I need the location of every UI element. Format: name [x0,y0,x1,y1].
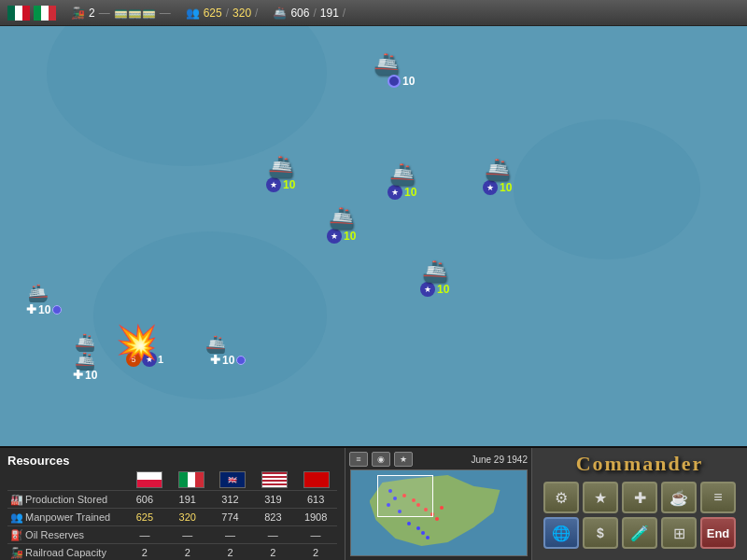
res-cell-0-2: 312 [209,494,252,505]
mexico-flag [7,6,30,21]
unit-number: 1 [158,354,163,365]
unit-number: 10 [404,186,416,199]
ship-icon: 🚢 [273,7,287,20]
unit-badge: ★ 10 [420,282,449,297]
bottom-panel: Resources 🇬🇧 🏭Production Stored60619131 [0,446,747,560]
res-cell-0-4: 613 [294,494,337,505]
minimap-btn-3[interactable]: ★ [394,452,413,467]
res-name-1: Manpower Trained [25,511,123,523]
star-icon: ★ [327,229,342,244]
res-cell-2-0: — [123,529,166,540]
unit-ur-ship[interactable]: 🚢 ★ 10 [483,160,512,195]
unit-um-ship[interactable]: 🚢 ★ 10 [388,164,416,200]
minimap-date: June 29 1942 [471,455,528,465]
train-icon: 🚂 [71,7,85,20]
top-bar: 🚂 2 — 🚃🚃🚃 — 👥 625 / 320 / 🚢 606 / 191 / [0,0,747,26]
menu-button[interactable]: ≡ [700,482,736,513]
res-name-3: Railroad Capacity [25,547,123,558]
res-cell-3-2: 2 [209,547,252,558]
flag-cell-italy [171,471,213,488]
faction-flags [7,6,56,21]
unit-sub-bm[interactable]: 🚢 [205,334,226,355]
unit-number: 10 [222,354,234,367]
unit-sub-left[interactable]: 🚢 [28,283,49,303]
unit-mid-ship[interactable]: 🚢 ★ 10 [327,208,356,244]
resource-row-0: 🏭Production Stored606191312319613 [7,490,337,508]
res-cell-2-4: — [294,529,337,540]
flag-cell-ussr [295,471,337,488]
minimap-btn-2[interactable]: ◉ [372,452,390,467]
commander-title: Commander [576,452,704,476]
ships-stat: 🚢 606 / 191 / [273,7,345,20]
unit-mr-ship[interactable]: 🚢 ★ 10 [420,261,449,297]
star-icon: ★ [420,282,435,297]
unit-cross-badge-2: ✚ 10 [73,368,97,382]
research-button[interactable]: 🧪 [622,517,657,549]
ship-sprite: 🚢 [329,208,354,229]
res-cell-1-1: 320 [166,511,209,523]
ship-sprite: 🚢 [485,160,510,180]
minimap-panel: ≡ ◉ ★ June 29 1942 [345,448,532,560]
grid-button[interactable]: ⊞ [661,517,697,549]
res-name-0: Production Stored [25,494,123,505]
unit-badge: ★ 10 [327,229,356,244]
train-stat: 🚂 2 — 🚃🚃🚃 — [71,7,171,20]
uk-flag: 🇬🇧 [219,471,246,488]
minimap-dot-blue [426,536,430,539]
dot-icon [52,305,62,315]
sub-sprite: 🚢 [75,332,95,353]
unit-circle-10[interactable]: 10 [388,75,415,88]
dollar-button[interactable]: $ [583,517,618,549]
manpower-stat: 👥 625 / 320 / [186,7,259,20]
minimap-dot-blue [407,522,411,525]
unit-cross-badge: ✚ 10 [26,302,62,316]
resource-row-3: 🚂Railroad Capacity22222 [7,543,337,560]
res-cell-2-2: — [209,529,252,540]
ocean-blob-3 [93,231,327,399]
res-cell-2-1: — [166,529,209,540]
map-area[interactable]: 🚢 10 🚢 ★ 10 🚢 ★ 10 🚢 ★ 10 🚢 ★ [0,26,747,446]
dot-icon [236,356,246,365]
star-icon: ★ [266,177,281,192]
unit-number: 10 [500,181,512,194]
carriage-icon: 🚃🚃🚃 [114,7,156,20]
italy-flag [34,6,56,21]
minimap-btn-1[interactable]: ≡ [349,452,368,467]
ussr-flag [303,471,330,488]
res-icon-0: 🏭 [7,494,25,506]
resources-panel: Resources 🇬🇧 🏭Production Stored60619131 [0,448,345,560]
poland-flag [136,471,162,488]
unit-number: 10 [437,283,449,296]
unit-badge: ★ 10 [266,177,295,192]
end-turn-button[interactable]: End [700,517,736,549]
train-count: 2 [89,7,95,20]
unit-badge: 10 [388,75,415,88]
unit-top-ship[interactable]: 🚢 [374,54,399,75]
settings-button[interactable]: ⚙ [543,482,579,513]
minimap-canvas[interactable] [350,469,528,556]
res-cell-2-3: — [251,529,294,540]
res-cell-1-4: 1908 [294,511,337,523]
italy-flag-sm [178,471,204,488]
usa-flag [261,471,288,488]
minimap-viewport-rect [377,475,433,517]
resources-title: Resources [7,454,337,468]
star-icon: ★ [483,180,498,195]
res-cell-0-1: 191 [166,494,209,505]
unit-sub-bl[interactable]: 🚢 [75,332,95,353]
star-icon: ★ [388,185,402,200]
flag-header-row: 🇬🇧 [129,471,337,488]
minimap-dot-red [440,506,444,510]
cross-button[interactable]: ✚ [622,482,657,513]
globe-button[interactable]: 🌐 [543,517,579,549]
unit-ul-ship[interactable]: 🚢 ★ 10 [266,157,295,192]
manpower-val1: 625 [204,7,222,20]
res-cell-3-3: 2 [251,547,294,558]
cup-button[interactable]: ☕ [661,482,697,513]
star-button[interactable]: ★ [583,482,618,513]
res-cell-1-3: 823 [251,511,294,523]
unit-badge: ★ 10 [483,180,512,195]
sub-sprite: 🚢 [205,334,226,355]
sub-sprite: 🚢 [28,283,49,303]
unit-number: 10 [344,230,356,243]
